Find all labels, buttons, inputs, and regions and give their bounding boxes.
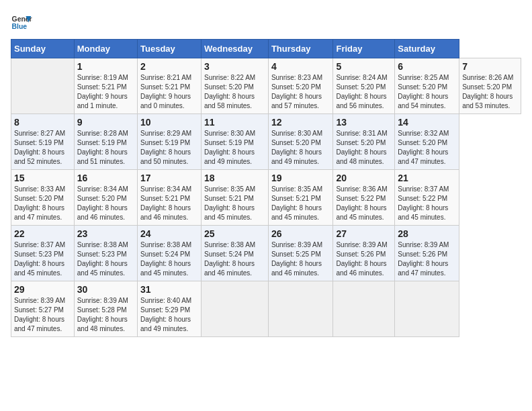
day-cell — [333, 281, 395, 337]
day-info: Sunrise: 8:27 AM Sunset: 5:19 PM Dayligh… — [14, 129, 71, 167]
day-cell: 15Sunrise: 8:33 AM Sunset: 5:20 PM Dayli… — [11, 170, 75, 226]
day-number: 30 — [77, 284, 134, 295]
column-header-wednesday: Wednesday — [201, 40, 268, 58]
day-cell — [201, 281, 268, 337]
day-cell: 1Sunrise: 8:19 AM Sunset: 5:21 PM Daylig… — [74, 58, 137, 114]
day-number: 18 — [204, 173, 265, 183]
day-cell: 6Sunrise: 8:25 AM Sunset: 5:20 PM Daylig… — [395, 58, 459, 114]
day-info: Sunrise: 8:39 AM Sunset: 5:27 PM Dayligh… — [14, 296, 71, 334]
day-cell — [268, 281, 333, 337]
day-number: 3 — [204, 61, 265, 72]
day-cell: 16Sunrise: 8:34 AM Sunset: 5:20 PM Dayli… — [74, 170, 137, 226]
day-number: 1 — [77, 61, 134, 72]
page-header: General Blue — [11, 11, 521, 32]
day-info: Sunrise: 8:26 AM Sunset: 5:20 PM Dayligh… — [462, 73, 518, 111]
day-number: 15 — [14, 173, 71, 183]
day-info: Sunrise: 8:29 AM Sunset: 5:19 PM Dayligh… — [140, 129, 198, 167]
logo: General Blue — [11, 11, 34, 32]
day-number: 27 — [336, 228, 392, 239]
day-cell: 30Sunrise: 8:39 AM Sunset: 5:28 PM Dayli… — [74, 281, 137, 337]
day-cell: 22Sunrise: 8:37 AM Sunset: 5:23 PM Dayli… — [11, 226, 75, 281]
day-cell: 2Sunrise: 8:21 AM Sunset: 5:21 PM Daylig… — [138, 58, 202, 114]
day-info: Sunrise: 8:31 AM Sunset: 5:20 PM Dayligh… — [336, 129, 392, 167]
day-cell — [395, 281, 459, 337]
day-info: Sunrise: 8:33 AM Sunset: 5:20 PM Dayligh… — [14, 185, 71, 222]
day-cell: 4Sunrise: 8:23 AM Sunset: 5:20 PM Daylig… — [268, 58, 333, 114]
day-info: Sunrise: 8:39 AM Sunset: 5:26 PM Dayligh… — [398, 240, 456, 278]
day-number: 7 — [462, 61, 518, 72]
day-cell: 3Sunrise: 8:22 AM Sunset: 5:20 PM Daylig… — [201, 58, 268, 114]
day-info: Sunrise: 8:37 AM Sunset: 5:23 PM Dayligh… — [14, 240, 71, 278]
day-info: Sunrise: 8:39 AM Sunset: 5:25 PM Dayligh… — [271, 240, 330, 278]
day-info: Sunrise: 8:35 AM Sunset: 5:21 PM Dayligh… — [204, 185, 265, 222]
day-info: Sunrise: 8:34 AM Sunset: 5:20 PM Dayligh… — [77, 185, 134, 222]
day-number: 6 — [398, 61, 456, 72]
column-header-thursday: Thursday — [268, 40, 333, 58]
day-cell: 24Sunrise: 8:38 AM Sunset: 5:24 PM Dayli… — [138, 226, 202, 281]
day-cell: 14Sunrise: 8:32 AM Sunset: 5:20 PM Dayli… — [395, 114, 459, 170]
day-number: 24 — [140, 228, 198, 239]
column-header-tuesday: Tuesday — [138, 40, 202, 58]
day-info: Sunrise: 8:36 AM Sunset: 5:22 PM Dayligh… — [336, 185, 392, 222]
column-header-friday: Friday — [333, 40, 395, 58]
day-info: Sunrise: 8:30 AM Sunset: 5:19 PM Dayligh… — [204, 129, 265, 167]
day-info: Sunrise: 8:35 AM Sunset: 5:21 PM Dayligh… — [271, 185, 330, 222]
day-info: Sunrise: 8:21 AM Sunset: 5:21 PM Dayligh… — [140, 73, 198, 111]
day-number: 12 — [271, 117, 330, 128]
week-row-1: 1Sunrise: 8:19 AM Sunset: 5:21 PM Daylig… — [11, 58, 521, 114]
day-number: 26 — [271, 228, 330, 239]
svg-text:Blue: Blue — [12, 23, 28, 30]
day-cell: 25Sunrise: 8:38 AM Sunset: 5:24 PM Dayli… — [201, 226, 268, 281]
column-header-monday: Monday — [74, 40, 137, 58]
day-number: 5 — [336, 61, 392, 72]
day-info: Sunrise: 8:23 AM Sunset: 5:20 PM Dayligh… — [271, 73, 330, 111]
day-info: Sunrise: 8:19 AM Sunset: 5:21 PM Dayligh… — [77, 73, 134, 111]
day-info: Sunrise: 8:25 AM Sunset: 5:20 PM Dayligh… — [398, 73, 456, 111]
day-cell: 8Sunrise: 8:27 AM Sunset: 5:19 PM Daylig… — [11, 114, 75, 170]
column-header-sunday: Sunday — [11, 40, 75, 58]
day-number: 8 — [14, 117, 71, 128]
day-cell: 12Sunrise: 8:30 AM Sunset: 5:20 PM Dayli… — [268, 114, 333, 170]
week-row-3: 15Sunrise: 8:33 AM Sunset: 5:20 PM Dayli… — [11, 170, 521, 226]
day-cell: 11Sunrise: 8:30 AM Sunset: 5:19 PM Dayli… — [201, 114, 268, 170]
day-number: 23 — [77, 228, 134, 239]
day-cell: 26Sunrise: 8:39 AM Sunset: 5:25 PM Dayli… — [268, 226, 333, 281]
logo-icon: General Blue — [11, 11, 32, 32]
day-info: Sunrise: 8:28 AM Sunset: 5:19 PM Dayligh… — [77, 129, 134, 167]
day-info: Sunrise: 8:34 AM Sunset: 5:21 PM Dayligh… — [140, 185, 198, 222]
day-cell: 28Sunrise: 8:39 AM Sunset: 5:26 PM Dayli… — [395, 226, 459, 281]
day-info: Sunrise: 8:38 AM Sunset: 5:24 PM Dayligh… — [204, 240, 265, 278]
day-number: 4 — [271, 61, 330, 72]
day-number: 10 — [140, 117, 198, 128]
day-cell: 7Sunrise: 8:26 AM Sunset: 5:20 PM Daylig… — [459, 58, 521, 114]
day-info: Sunrise: 8:40 AM Sunset: 5:29 PM Dayligh… — [140, 296, 198, 334]
day-number: 21 — [398, 173, 456, 183]
day-info: Sunrise: 8:38 AM Sunset: 5:24 PM Dayligh… — [140, 240, 198, 278]
day-number: 13 — [336, 117, 392, 128]
day-cell: 23Sunrise: 8:38 AM Sunset: 5:23 PM Dayli… — [74, 226, 137, 281]
day-info: Sunrise: 8:39 AM Sunset: 5:28 PM Dayligh… — [77, 296, 134, 334]
day-info: Sunrise: 8:37 AM Sunset: 5:22 PM Dayligh… — [398, 185, 456, 222]
day-cell: 18Sunrise: 8:35 AM Sunset: 5:21 PM Dayli… — [201, 170, 268, 226]
day-info: Sunrise: 8:32 AM Sunset: 5:20 PM Dayligh… — [398, 129, 456, 167]
day-cell: 9Sunrise: 8:28 AM Sunset: 5:19 PM Daylig… — [74, 114, 137, 170]
week-row-5: 29Sunrise: 8:39 AM Sunset: 5:27 PM Dayli… — [11, 281, 521, 337]
day-number: 16 — [77, 173, 134, 183]
day-number: 17 — [140, 173, 198, 183]
header-row: SundayMondayTuesdayWednesdayThursdayFrid… — [11, 40, 521, 58]
day-number: 28 — [398, 228, 456, 239]
week-row-4: 22Sunrise: 8:37 AM Sunset: 5:23 PM Dayli… — [11, 226, 521, 281]
day-number: 11 — [204, 117, 265, 128]
day-cell: 5Sunrise: 8:24 AM Sunset: 5:20 PM Daylig… — [333, 58, 395, 114]
day-cell: 31Sunrise: 8:40 AM Sunset: 5:29 PM Dayli… — [138, 281, 202, 337]
day-cell: 21Sunrise: 8:37 AM Sunset: 5:22 PM Dayli… — [395, 170, 459, 226]
day-number: 31 — [140, 284, 198, 295]
day-info: Sunrise: 8:38 AM Sunset: 5:23 PM Dayligh… — [77, 240, 134, 278]
day-number: 25 — [204, 228, 265, 239]
day-number: 20 — [336, 173, 392, 183]
day-cell: 19Sunrise: 8:35 AM Sunset: 5:21 PM Dayli… — [268, 170, 333, 226]
day-number: 29 — [14, 284, 71, 295]
day-number: 22 — [14, 228, 71, 239]
day-info: Sunrise: 8:30 AM Sunset: 5:20 PM Dayligh… — [271, 129, 330, 167]
day-info: Sunrise: 8:24 AM Sunset: 5:20 PM Dayligh… — [336, 73, 392, 111]
